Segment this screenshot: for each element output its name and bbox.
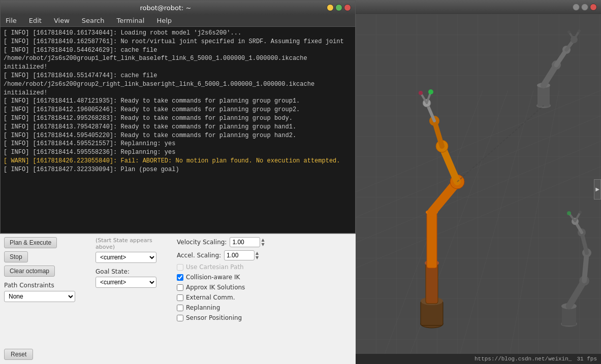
accel-up-arrow[interactable]: ▲ bbox=[256, 251, 259, 255]
terminal-log-line: [ INFO] [1617818411.487121935]: Ready to… bbox=[4, 97, 352, 106]
terminal-log-line: [ INFO] [1617818414.595405220]: Ready to… bbox=[4, 131, 352, 140]
svg-rect-31 bbox=[537, 85, 550, 107]
goal-state-label: Goal State: bbox=[96, 268, 172, 275]
svg-point-41 bbox=[567, 30, 571, 34]
terminal-log-line: [ INFO] [1617818427.322330094]: Plan (po… bbox=[4, 166, 352, 174]
approx-ik-checkbox[interactable] bbox=[177, 284, 183, 291]
collision-aware-ik-checkbox[interactable] bbox=[177, 274, 183, 281]
status-bar: https://blog.csdn.net/weixin_ 31 fps bbox=[356, 354, 601, 364]
cp-right: Velocity Scaling: ▲ ▼ Accel. Scaling: ▲ … bbox=[177, 237, 352, 361]
terminal-titlebar: robot@robot: ~ bbox=[1, 1, 355, 15]
start-state-row: (Start State appears above) <current> bbox=[96, 237, 172, 263]
velocity-down-arrow[interactable]: ▼ bbox=[261, 242, 264, 247]
menu-help[interactable]: Help bbox=[153, 16, 175, 25]
start-state-label: (Start State appears above) bbox=[96, 237, 172, 250]
external-comm-label: External Comm. bbox=[186, 294, 235, 301]
velocity-input[interactable] bbox=[230, 237, 260, 247]
external-comm-checkbox[interactable] bbox=[177, 294, 183, 301]
accel-down-arrow[interactable]: ▼ bbox=[256, 255, 259, 260]
control-panel: Plan & Execute Stop Clear octomap Path C… bbox=[0, 234, 356, 364]
reset-btn[interactable]: Reset bbox=[4, 349, 33, 360]
svg-point-29 bbox=[419, 91, 423, 95]
start-state-select[interactable]: <current> bbox=[96, 252, 156, 263]
arm-connection-line bbox=[457, 106, 544, 182]
robot-arms-svg bbox=[356, 14, 601, 364]
replanning-checkbox[interactable] bbox=[177, 305, 183, 311]
terminal-close-btn[interactable] bbox=[344, 4, 351, 11]
viewport-canvas[interactable]: ▶ bbox=[356, 14, 601, 364]
terminal-output: [ INFO] [1617818410.161734044]: Loading … bbox=[1, 27, 355, 233]
3d-viewport: ▶ bbox=[356, 0, 601, 364]
collision-aware-ik-label: Collision-aware IK bbox=[186, 274, 240, 281]
cp-middle: (Start State appears above) <current> Go… bbox=[96, 237, 172, 361]
terminal-menubar: File Edit View Search Terminal Help bbox=[1, 15, 355, 27]
use-cartesian-path-checkbox[interactable] bbox=[177, 264, 183, 271]
path-constraints-label: Path Constraints bbox=[4, 282, 90, 289]
terminal-window: robot@robot: ~ File Edit View Search Ter… bbox=[0, 0, 356, 234]
accel-row: Accel. Scaling: ▲ ▼ bbox=[177, 250, 352, 260]
terminal-win-buttons[interactable] bbox=[327, 4, 351, 11]
cp-left: Plan & Execute Stop Clear octomap Path C… bbox=[4, 237, 90, 361]
terminal-log-line: [ INFO] [1617818414.595521557]: Replanni… bbox=[4, 140, 352, 148]
path-constraints-select[interactable]: None bbox=[4, 291, 75, 302]
terminal-log-line: [ INFO] [1617818413.795428740]: Ready to… bbox=[4, 123, 352, 131]
velocity-label: Velocity Scaling: bbox=[177, 239, 227, 246]
right-robot-arm-top bbox=[536, 29, 581, 108]
plan-execute-btn[interactable]: Plan & Execute bbox=[4, 237, 57, 248]
viewport-close-btn[interactable] bbox=[590, 4, 597, 11]
viewport-maximize-btn[interactable] bbox=[581, 4, 588, 11]
stop-btn[interactable]: Stop bbox=[4, 251, 28, 262]
terminal-log-line: [ INFO] [1617818410.162587761]: No root/… bbox=[4, 38, 352, 46]
svg-rect-12 bbox=[426, 263, 438, 304]
replanning-row: Replanning bbox=[177, 304, 352, 311]
terminal-log-line: [ INFO] [1617818412.995268283]: Ready to… bbox=[4, 114, 352, 123]
terminal-log-line: [ WARN] [1617818426.223055840]: Fail: AB… bbox=[4, 157, 352, 166]
collapse-arrow-icon: ▶ bbox=[595, 186, 599, 192]
velocity-up-arrow[interactable]: ▲ bbox=[261, 238, 264, 242]
viewport-titlebar bbox=[356, 0, 601, 14]
menu-edit[interactable]: Edit bbox=[26, 16, 45, 25]
use-cartesian-path-row: Use Cartesian Path bbox=[177, 263, 352, 271]
svg-point-57 bbox=[579, 211, 582, 214]
use-cartesian-path-label: Use Cartesian Path bbox=[186, 263, 244, 271]
menu-file[interactable]: File bbox=[3, 16, 20, 25]
status-url: https://blog.csdn.net/weixin_ bbox=[475, 356, 572, 362]
sensor-positioning-label: Sensor Positioning bbox=[186, 314, 242, 321]
accel-input[interactable] bbox=[224, 250, 255, 260]
left-robot-arm bbox=[419, 89, 464, 328]
control-main-area: Plan & Execute Stop Clear octomap Path C… bbox=[4, 237, 352, 361]
accel-spinner-arrows[interactable]: ▲ ▼ bbox=[256, 251, 259, 260]
velocity-row: Velocity Scaling: ▲ ▼ bbox=[177, 237, 352, 247]
goal-state-row: Goal State: <current> bbox=[96, 268, 172, 288]
clear-octomap-row: Clear octomap bbox=[4, 266, 90, 277]
svg-rect-14 bbox=[427, 212, 437, 268]
sensor-positioning-checkbox[interactable] bbox=[177, 315, 183, 321]
velocity-spinner-arrows[interactable]: ▲ ▼ bbox=[261, 238, 264, 247]
external-comm-row: External Comm. bbox=[177, 294, 352, 301]
terminal-minimize-btn[interactable] bbox=[327, 4, 334, 11]
menu-search[interactable]: Search bbox=[79, 16, 108, 25]
path-constraints-section: Path Constraints None bbox=[4, 282, 90, 302]
viewport-minimize-btn[interactable] bbox=[573, 4, 580, 11]
terminal-log-line: [ INFO] [1617818410.544624629]: cache fi… bbox=[4, 46, 352, 72]
terminal-log-line: [ INFO] [1617818414.595558236]: Replanni… bbox=[4, 148, 352, 157]
clear-octomap-btn[interactable]: Clear octomap bbox=[4, 266, 55, 277]
fps-display: 31 fps bbox=[577, 356, 597, 362]
terminal-log-line: [ INFO] [1617818412.196005246]: Ready to… bbox=[4, 106, 352, 114]
right-robot-arm-bottom bbox=[561, 211, 591, 327]
stop-row: Stop bbox=[4, 251, 90, 262]
svg-point-42 bbox=[578, 29, 581, 32]
collision-aware-ik-row: Collision-aware IK bbox=[177, 274, 352, 281]
collapse-panel-btn[interactable]: ▶ bbox=[594, 179, 601, 200]
menu-view[interactable]: View bbox=[51, 16, 73, 25]
menu-terminal[interactable]: Terminal bbox=[113, 16, 147, 25]
terminal-log-line: [ INFO] [1617818410.161734044]: Loading … bbox=[4, 29, 352, 38]
terminal-maximize-btn[interactable] bbox=[335, 4, 342, 11]
viewport-win-buttons[interactable] bbox=[573, 4, 597, 11]
goal-state-select[interactable]: <current> bbox=[96, 277, 156, 288]
approx-ik-row: Approx IK Solutions bbox=[177, 284, 352, 291]
svg-point-28 bbox=[428, 89, 433, 94]
approx-ik-label: Approx IK Solutions bbox=[186, 284, 245, 291]
replanning-label: Replanning bbox=[186, 304, 220, 311]
accel-label: Accel. Scaling: bbox=[177, 252, 221, 259]
